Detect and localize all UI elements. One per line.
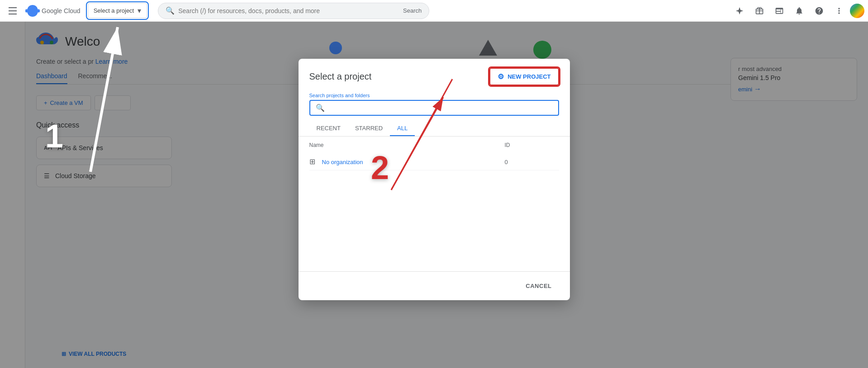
table-row: ⊞ No organization 0 — [309, 154, 559, 170]
cloud-shell-icon — [775, 6, 784, 15]
gemini-button[interactable] — [730, 2, 749, 20]
table-header: Name ID — [299, 137, 570, 154]
search-input[interactable] — [178, 7, 399, 14]
hamburger-menu-button[interactable] — [4, 2, 22, 20]
google-cloud-logo-icon — [25, 5, 40, 17]
org-icon: ⊞ — [309, 157, 318, 166]
gift-button[interactable] — [750, 2, 768, 20]
modal-search-field: 🔍 — [309, 100, 559, 116]
more-options-button[interactable] — [830, 2, 848, 20]
search-icon: 🔍 — [316, 104, 325, 112]
new-project-button[interactable]: ⚙ NEW PROJECT — [489, 68, 559, 85]
name-column-header: Name — [309, 142, 505, 148]
google-cloud-logo: Google Cloud — [25, 5, 81, 17]
notifications-icon — [795, 6, 804, 15]
new-project-label: NEW PROJECT — [508, 73, 550, 80]
tab-all[interactable]: ALL — [390, 121, 415, 136]
select-project-button[interactable]: Select a project ▾ — [88, 3, 147, 18]
modal-search-section: Search projects and folders 🔍 — [299, 85, 570, 116]
cancel-button[interactable]: CANCEL — [518, 279, 559, 293]
no-organization-link[interactable]: No organization — [322, 159, 505, 165]
google-cloud-text: Google Cloud — [42, 7, 81, 14]
modal-header: Select a project ⚙ NEW PROJECT — [299, 59, 570, 85]
top-navigation: Google Cloud Select a project ▾ 🔍 Search — [0, 0, 868, 22]
gift-icon — [755, 6, 764, 15]
table-body: ⊞ No organization 0 — [299, 154, 570, 271]
modal-search-input[interactable] — [328, 104, 553, 112]
cloud-shell-button[interactable] — [770, 2, 788, 20]
modal-tabs: RECENT STARRED ALL — [299, 116, 570, 137]
search-icon: 🔍 — [166, 6, 175, 15]
modal-footer: CANCEL — [299, 271, 570, 300]
chevron-down-icon: ▾ — [138, 6, 141, 15]
search-bar: 🔍 Search — [158, 3, 429, 19]
modal-title: Select a project — [309, 71, 372, 82]
search-button[interactable]: Search — [403, 7, 422, 14]
avatar[interactable] — [850, 4, 864, 18]
new-project-icon: ⚙ — [498, 72, 504, 81]
row-id: 0 — [505, 159, 559, 165]
nav-right-actions — [730, 2, 864, 20]
notifications-button[interactable] — [790, 2, 808, 20]
tab-recent[interactable]: RECENT — [309, 121, 348, 136]
search-label: Search projects and folders — [309, 93, 559, 98]
help-button[interactable] — [810, 2, 828, 20]
more-vert-icon — [835, 6, 844, 15]
select-project-modal: Select a project ⚙ NEW PROJECT Search pr… — [299, 59, 570, 300]
gemini-icon — [735, 6, 744, 15]
help-icon — [815, 6, 824, 15]
tab-starred[interactable]: STARRED — [348, 121, 390, 136]
id-column-header: ID — [505, 142, 559, 148]
